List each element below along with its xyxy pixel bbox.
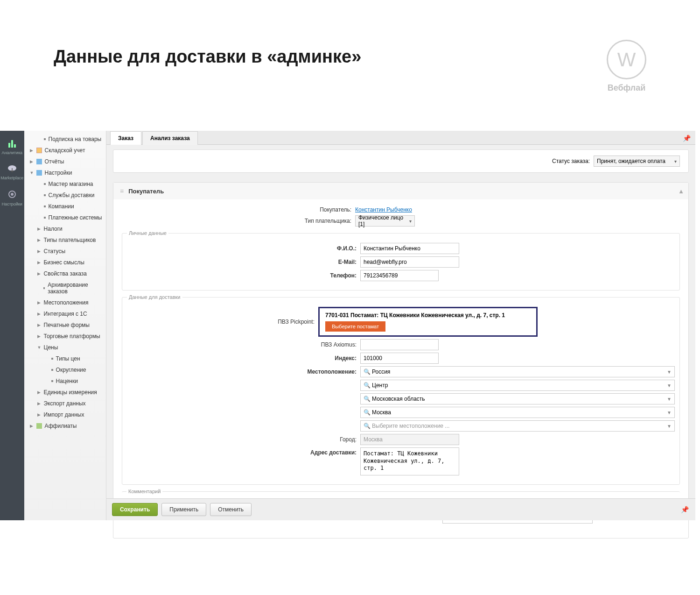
tree-item[interactable]: ▼Цены	[24, 342, 106, 353]
apply-button[interactable]: Применить	[161, 503, 206, 516]
sidebar-tree[interactable]: Подписка на товары▶Складской учет▶Отчёты…	[24, 131, 106, 520]
bullet-icon	[44, 183, 46, 185]
rail-analytics[interactable]: Аналитика	[0, 135, 24, 160]
save-button[interactable]: Сохранить	[112, 503, 158, 516]
chevron-down-icon: ▼	[667, 369, 672, 375]
axiomus-input[interactable]	[360, 339, 439, 350]
rail-marketplace[interactable]: Marketplace	[0, 160, 24, 185]
search-icon: 🔍	[364, 409, 371, 416]
search-icon: 🔍	[364, 382, 371, 389]
panel-header-buyer[interactable]: ≡ Покупатель ▴	[113, 183, 688, 199]
tree-item[interactable]: Архивирование заказов	[24, 279, 106, 297]
city-input[interactable]	[360, 434, 459, 445]
tree-arrow-icon: ▶	[37, 412, 41, 417]
location-sub[interactable]: 🔍Выберите местоположение ...▼	[360, 420, 675, 432]
cancel-button[interactable]: Отменить	[210, 503, 252, 516]
tree-label: Типы цен	[56, 355, 80, 362]
pickpoint-text: 7701-031 Постамат: ТЦ Кожевники Кожевнич…	[325, 312, 531, 319]
tree-item[interactable]: ▶Типы плательщиков	[24, 234, 106, 246]
chevron-down-icon: ▼	[667, 410, 672, 415]
tree-item[interactable]: ▶Экспорт данных	[24, 398, 106, 409]
pickpoint-label: ПВЗ Pickpoint:	[127, 319, 318, 325]
tree-item[interactable]: Мастер магазина	[24, 178, 106, 190]
tree-item[interactable]: ▶Импорт данных	[24, 409, 106, 420]
tree-label: Единицы измерения	[44, 389, 97, 396]
tree-item[interactable]: ▶Отчёты	[24, 156, 106, 167]
tab-order[interactable]: Заказ	[110, 131, 141, 145]
address-textarea[interactable]	[360, 447, 459, 475]
tree-label: Статусы	[44, 248, 66, 255]
tree-item[interactable]: Подписка на товары	[24, 134, 106, 145]
tree-item[interactable]: Наценки	[24, 375, 106, 387]
tree-item[interactable]: ▶Бизнес смыслы	[24, 257, 106, 268]
pin-icon[interactable]: 📌	[683, 135, 691, 142]
left-rail: Аналитика Marketplace Настройки	[0, 131, 24, 520]
collapse-icon[interactable]: ▴	[679, 187, 683, 195]
tree-item[interactable]: ▶Интеграция с 1С	[24, 308, 106, 319]
rail-label: Настройки	[2, 202, 22, 206]
payer-type-select[interactable]: Физическое лицо [1]	[355, 215, 415, 227]
tree-item[interactable]: ▶Складской учет	[24, 145, 106, 156]
tree-label: Печатные формы	[44, 322, 90, 328]
pin-icon[interactable]: 📌	[681, 506, 689, 513]
tree-label: Службы доставки	[49, 192, 95, 198]
tree-item[interactable]: Типы цен	[24, 353, 106, 364]
bullet-icon	[44, 194, 46, 196]
tree-arrow-icon: ▶	[37, 300, 41, 305]
tree-item[interactable]: ▶Местоположения	[24, 297, 106, 308]
buyer-link[interactable]: Константин Рыбченко	[355, 206, 412, 213]
cloud-download-icon	[7, 164, 17, 173]
order-status-select[interactable]: Принят, ожидается оплата	[594, 156, 680, 167]
rail-label: Marketplace	[0, 176, 23, 180]
tree-item[interactable]: ▼Настройки	[24, 167, 106, 178]
tree-item[interactable]: Службы доставки	[24, 190, 106, 201]
location-country[interactable]: 🔍Россия▼	[360, 366, 675, 377]
rail-settings[interactable]: Настройки	[0, 185, 24, 211]
tree-label: Торговые платформы	[44, 333, 100, 340]
email-input[interactable]	[360, 256, 459, 268]
axiomus-label: ПВЗ Axiomus:	[127, 341, 360, 348]
phone-input[interactable]	[360, 270, 439, 281]
svg-rect-2	[14, 144, 16, 148]
fio-input[interactable]	[360, 243, 459, 254]
buyer-label: Покупатель:	[122, 206, 355, 213]
tree-item[interactable]: ▶Налоги	[24, 223, 106, 234]
burger-icon: ≡	[120, 187, 124, 195]
tree-arrow-icon: ▶	[37, 334, 41, 339]
search-icon: 🔍	[364, 396, 371, 402]
choose-postamat-button[interactable]: Выберите постамат	[325, 321, 385, 332]
tree-label: Бизнес смыслы	[44, 259, 84, 266]
tree-item[interactable]: ▶Торговые платформы	[24, 331, 106, 342]
bullet-icon	[51, 369, 53, 371]
tree-label: Округление	[56, 367, 86, 373]
tree-arrow-icon: ▶	[37, 323, 41, 327]
tree-arrow-icon: ▶	[37, 227, 41, 231]
tree-item[interactable]: ▶Печатные формы	[24, 319, 106, 331]
tree-label: Типы плательщиков	[44, 237, 96, 243]
loc-value: Россия	[372, 368, 390, 375]
tree-item[interactable]: ▶Аффилиаты	[24, 420, 106, 432]
loc-value: Центр	[372, 382, 388, 389]
slide-title: Данные для доставки в «админке»	[54, 47, 361, 67]
tree-arrow-icon: ▼	[30, 170, 34, 175]
tree-item[interactable]: ▶Единицы измерения	[24, 387, 106, 398]
location-region[interactable]: 🔍Центр▼	[360, 380, 675, 391]
tree-item[interactable]: ▶Статусы	[24, 246, 106, 257]
email-label: E-Mail:	[127, 259, 360, 265]
bullet-icon	[44, 217, 46, 219]
location-city[interactable]: 🔍Москва▼	[360, 407, 675, 418]
tree-item[interactable]: Платежные системы	[24, 212, 106, 223]
tree-item[interactable]: Округление	[24, 364, 106, 375]
index-input[interactable]	[360, 353, 439, 364]
tree-item[interactable]: Компании	[24, 201, 106, 212]
tree-label: Налоги	[44, 226, 63, 232]
panel-body: Покупатель: Константин Рыбченко Тип плат…	[113, 199, 688, 538]
select-value: Принят, ожидается оплата	[597, 158, 665, 164]
tree-item[interactable]: ▶Свойства заказа	[24, 268, 106, 279]
loc-value: Москва	[372, 409, 391, 416]
fio-label: Ф.И.О.:	[127, 245, 360, 252]
location-area[interactable]: 🔍Московская область▼	[360, 393, 675, 404]
order-status-label: Статус заказа:	[552, 158, 590, 164]
tab-analysis[interactable]: Анализ заказа	[142, 131, 198, 145]
chevron-down-icon: ▼	[667, 424, 672, 429]
